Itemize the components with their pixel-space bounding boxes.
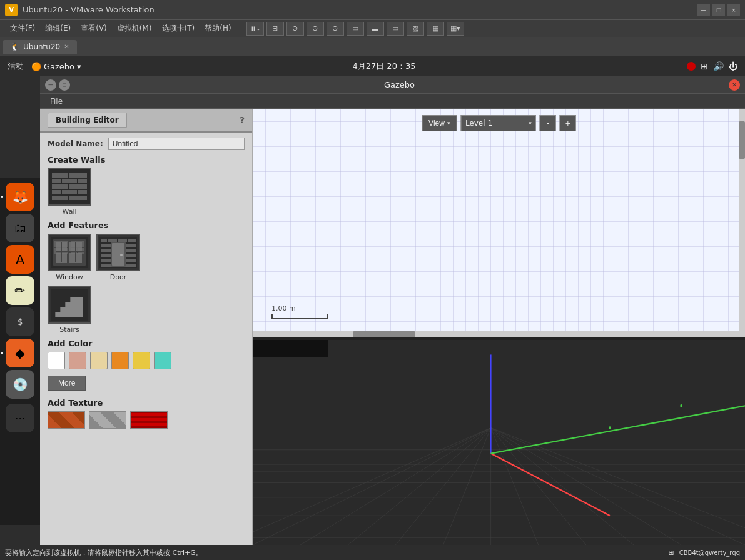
zoom-plus-button[interactable]: + xyxy=(560,115,576,131)
2d-scrollbar-right-thumb[interactable] xyxy=(739,121,745,159)
level-value: Level 1 xyxy=(465,119,492,128)
building-editor-help-button[interactable]: ? xyxy=(240,115,245,125)
level-dropdown[interactable]: Level 1 ▾ xyxy=(461,115,536,131)
vmware-tool-snapshot2[interactable]: ⊙ xyxy=(307,22,324,36)
dock-app-firefox[interactable]: 🦊 xyxy=(6,182,34,211)
dock-app-terminal[interactable]: $ xyxy=(6,308,34,336)
svg-rect-32 xyxy=(128,239,136,242)
panel-power-icon[interactable]: ⏻ xyxy=(729,61,737,71)
wall-tool-item[interactable]: Wall xyxy=(48,168,91,216)
ubuntu-tab-icon: 🐧 xyxy=(10,42,19,51)
gazebo-titlebar: ─ □ Gazebo ✕ xyxy=(40,76,745,94)
view-3d[interactable] xyxy=(253,340,745,545)
color-swatch-salmon[interactable] xyxy=(69,352,86,369)
vmware-tool-console[interactable]: ▦ xyxy=(427,22,444,36)
svg-rect-12 xyxy=(69,196,87,200)
svg-rect-11 xyxy=(52,196,68,200)
svg-rect-37 xyxy=(101,254,111,258)
panel-volume-icon[interactable]: 🔊 xyxy=(713,61,724,71)
building-editor-tab-label[interactable]: Building Editor xyxy=(48,112,127,128)
svg-rect-5 xyxy=(78,179,87,183)
panel-datetime[interactable]: 4月27日 20：35 xyxy=(352,61,415,72)
vmware-tool-win[interactable]: ▭ xyxy=(387,22,404,36)
dock-gazebo-icon: ◆ xyxy=(15,346,24,361)
dock-files-icon: 🗂 xyxy=(14,221,26,236)
ubuntu-tab[interactable]: 🐧 Ubuntu20 ✕ xyxy=(3,40,77,54)
vmware-minimize-button[interactable]: ─ xyxy=(697,4,710,16)
more-colors-button[interactable]: More xyxy=(48,376,86,391)
2d-scrollbar-bottom-thumb[interactable] xyxy=(353,331,415,338)
vmware-menu-help[interactable]: 帮助(H) xyxy=(200,22,236,35)
svg-rect-38 xyxy=(126,254,136,258)
scale-line xyxy=(271,314,328,319)
main-wrapper: V Ubuntu20 - VMware Workstation ─ □ × 文件… xyxy=(0,0,745,560)
color-swatch-yellow[interactable] xyxy=(133,352,150,369)
vmware-tool-snapshot3[interactable]: ⊙ xyxy=(327,22,344,36)
panel-app-menu[interactable]: 🟠 Gazebo ▾ xyxy=(31,62,81,71)
texture-swatch-brick[interactable] xyxy=(48,411,85,429)
color-swatch-teal[interactable] xyxy=(154,352,171,369)
building-editor-sidebar: Building Editor ? Model Name: Create Wa xyxy=(40,109,253,545)
vmware-tool-snapshot[interactable]: ⊙ xyxy=(286,22,304,36)
vmware-tool-pause[interactable]: ⏸▾ xyxy=(246,22,264,36)
texture-swatch-pattern[interactable] xyxy=(130,411,168,429)
create-walls-header: Create Walls xyxy=(48,155,245,164)
vmware-menu-view[interactable]: 查看(V) xyxy=(76,22,112,35)
vmware-title: Ubuntu20 - VMware Workstation xyxy=(23,5,697,14)
2d-scrollbar-right[interactable] xyxy=(739,109,745,338)
gazebo-maximize-button[interactable]: □ xyxy=(59,79,70,91)
ubuntu-tab-close-icon[interactable]: ✕ xyxy=(64,43,69,50)
vmware-menu-edit[interactable]: 编辑(E) xyxy=(40,22,76,35)
vmware-close-button[interactable]: × xyxy=(727,4,740,16)
viewport-area: View ▾ Level 1 ▾ - + xyxy=(253,109,745,545)
panel-app-name: Gazebo xyxy=(44,62,74,71)
dock-app-dvd[interactable]: 💿 xyxy=(6,370,34,399)
vmware-menu-file[interactable]: 文件(F) xyxy=(5,22,40,35)
dock-app-gazebo[interactable]: ◆ xyxy=(6,339,34,368)
color-swatch-white[interactable] xyxy=(48,352,65,369)
model-name-input[interactable] xyxy=(108,138,245,150)
vmware-menu-tabs[interactable]: 选项卡(T) xyxy=(157,22,200,35)
door-label: Door xyxy=(110,273,126,281)
door-tool-item[interactable]: Door xyxy=(96,234,140,281)
texture-swatch-stone[interactable] xyxy=(89,411,126,429)
panel-right: ⊞ 🔊 ⏻ xyxy=(687,61,737,71)
view-2d[interactable]: View ▾ Level 1 ▾ - + xyxy=(253,109,745,340)
vmware-tool-display[interactable]: ▦▾ xyxy=(447,22,464,36)
color-swatch-orange[interactable] xyxy=(111,352,129,369)
stairs-grid: Stairs xyxy=(48,286,245,334)
building-editor-tab: Building Editor ? xyxy=(40,109,252,132)
add-features-grid: Window xyxy=(48,234,245,281)
panel-activities[interactable]: 活动 xyxy=(8,61,24,72)
gazebo-minimize-button[interactable]: ─ xyxy=(45,79,56,91)
view-dropdown-button[interactable]: View ▾ xyxy=(422,115,457,131)
2d-scrollbar-bottom[interactable] xyxy=(253,331,739,338)
vmware-tool-send-ctrl[interactable]: ⊟ xyxy=(266,22,284,36)
svg-rect-9 xyxy=(62,190,77,194)
ubuntu-dock: 🦊 🗂 A ✏ $ ◆ 💿 xyxy=(0,178,40,525)
vmware-tool-fit[interactable]: ▭ xyxy=(347,22,364,36)
vmware-menu-vm[interactable]: 虚拟机(M) xyxy=(112,22,157,35)
scale-bar: 1.00 m xyxy=(271,304,328,319)
panel-close-dot[interactable] xyxy=(687,62,696,71)
color-swatch-tan[interactable] xyxy=(90,352,108,369)
vmware-maximize-button[interactable]: □ xyxy=(712,4,725,16)
panel-network-icon[interactable]: ⊞ xyxy=(701,61,708,71)
dock-app-grid[interactable]: ⋯ xyxy=(6,404,34,432)
vmware-tool-unity[interactable]: ▨ xyxy=(407,22,424,36)
dock-app-appstore[interactable]: A xyxy=(6,245,34,274)
panel-app-icon: 🟠 xyxy=(31,62,41,71)
svg-rect-47 xyxy=(61,307,83,312)
stairs-tool-item[interactable]: Stairs xyxy=(48,286,91,334)
zoom-minus-button[interactable]: - xyxy=(540,115,556,131)
gazebo-menu-file[interactable]: File xyxy=(45,96,68,107)
wall-label: Wall xyxy=(62,208,76,216)
scale-text: 1.00 m xyxy=(271,304,328,312)
dock-app-files[interactable]: 🗂 xyxy=(6,214,34,242)
dock-app-editor[interactable]: ✏ xyxy=(6,276,34,305)
window-tool-item[interactable]: Window xyxy=(48,234,91,281)
vmware-tool-full[interactable]: ▬ xyxy=(367,22,384,36)
gazebo-main-content: Building Editor ? Model Name: Create Wa xyxy=(40,109,745,545)
svg-rect-54 xyxy=(253,340,745,545)
gazebo-close-button[interactable]: ✕ xyxy=(729,79,740,91)
